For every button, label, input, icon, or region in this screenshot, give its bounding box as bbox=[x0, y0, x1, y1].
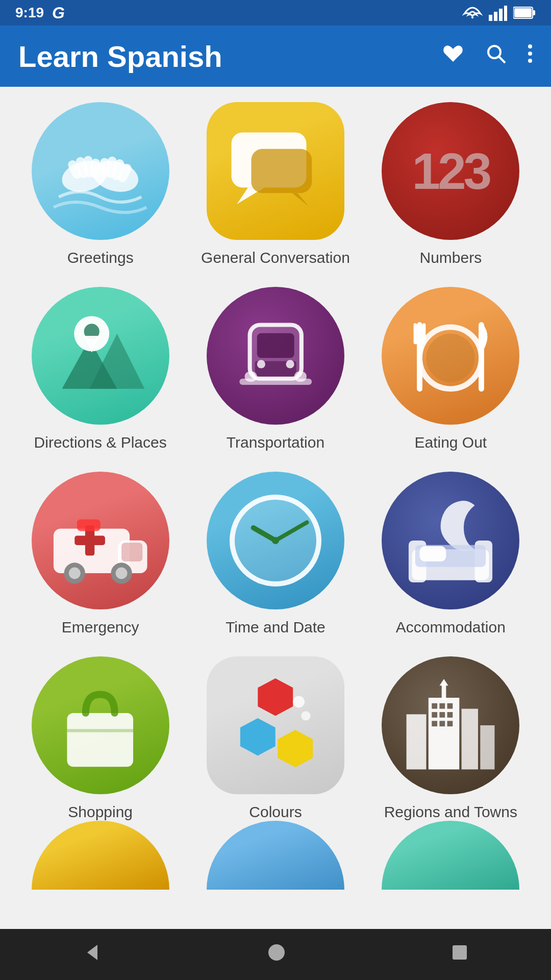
svg-marker-83 bbox=[87, 945, 97, 960]
svg-point-84 bbox=[268, 944, 285, 961]
app-bar-actions bbox=[442, 42, 533, 70]
numbers-icon-text: 123 bbox=[412, 142, 489, 201]
category-emergency[interactable]: Emergency bbox=[20, 472, 180, 636]
time-label: Time and Date bbox=[226, 619, 325, 636]
svg-rect-24 bbox=[251, 149, 312, 193]
svg-point-66 bbox=[293, 696, 305, 708]
svg-rect-36 bbox=[294, 371, 306, 381]
svg-point-52 bbox=[69, 568, 81, 579]
svg-rect-48 bbox=[121, 543, 142, 562]
partial-item-1[interactable] bbox=[20, 821, 180, 890]
svg-rect-5 bbox=[533, 10, 535, 15]
category-numbers[interactable]: 123 Numbers bbox=[371, 102, 531, 266]
app-bar: Learn Spanish bbox=[0, 26, 551, 87]
svg-point-9 bbox=[528, 44, 532, 48]
numbers-label: Numbers bbox=[419, 249, 482, 266]
wifi-icon bbox=[462, 5, 483, 21]
svg-rect-82 bbox=[447, 721, 453, 726]
category-regions[interactable]: Regions and Towns bbox=[371, 656, 531, 821]
back-button[interactable] bbox=[82, 942, 103, 967]
directions-label: Directions & Places bbox=[34, 434, 167, 451]
svg-point-40 bbox=[427, 334, 475, 382]
status-bar-right bbox=[462, 5, 536, 21]
colours-label: Colours bbox=[249, 803, 302, 821]
svg-rect-3 bbox=[504, 6, 507, 21]
svg-point-37 bbox=[257, 360, 265, 368]
conversation-label: General Conversation bbox=[201, 249, 350, 266]
svg-rect-1 bbox=[494, 12, 497, 21]
svg-marker-64 bbox=[240, 718, 276, 755]
svg-point-67 bbox=[301, 711, 310, 720]
svg-rect-85 bbox=[453, 945, 467, 960]
svg-rect-70 bbox=[442, 683, 446, 700]
partial-item-2[interactable] bbox=[195, 821, 355, 890]
svg-point-10 bbox=[528, 52, 532, 56]
svg-rect-32 bbox=[257, 333, 294, 358]
category-colours[interactable]: Colours bbox=[195, 656, 355, 821]
svg-point-54 bbox=[115, 568, 127, 579]
svg-marker-71 bbox=[440, 679, 448, 685]
category-transportation[interactable]: Transportation bbox=[195, 287, 355, 451]
svg-rect-6 bbox=[514, 8, 532, 17]
greetings-label: Greetings bbox=[67, 249, 134, 266]
search-icon[interactable] bbox=[485, 42, 507, 70]
svg-rect-76 bbox=[447, 703, 453, 709]
svg-rect-74 bbox=[432, 703, 438, 709]
svg-marker-25 bbox=[292, 193, 308, 206]
svg-point-38 bbox=[286, 360, 294, 368]
svg-line-8 bbox=[499, 57, 505, 63]
emergency-label: Emergency bbox=[62, 619, 139, 636]
recents-button[interactable] bbox=[450, 943, 469, 966]
accommodation-label: Accommodation bbox=[396, 619, 506, 636]
svg-marker-63 bbox=[258, 678, 293, 716]
svg-rect-75 bbox=[440, 703, 445, 709]
shopping-label: Shopping bbox=[68, 803, 133, 821]
home-button[interactable] bbox=[266, 942, 287, 967]
svg-rect-61 bbox=[67, 713, 134, 767]
signal-icon bbox=[489, 5, 507, 21]
svg-rect-72 bbox=[462, 709, 478, 770]
svg-rect-60 bbox=[420, 546, 446, 561]
google-icon: G bbox=[52, 4, 65, 22]
category-grid: Greetings General Conversation 123 Numbe… bbox=[0, 87, 551, 821]
category-time[interactable]: Time and Date bbox=[195, 472, 355, 636]
more-menu-icon[interactable] bbox=[528, 42, 533, 70]
app-title: Learn Spanish bbox=[18, 39, 442, 74]
eating-label: Eating Out bbox=[414, 434, 487, 451]
status-bar: 9:19 G bbox=[0, 0, 551, 26]
svg-rect-21 bbox=[101, 158, 110, 177]
svg-rect-81 bbox=[440, 721, 445, 726]
favorites-icon[interactable] bbox=[442, 42, 464, 70]
svg-rect-78 bbox=[440, 712, 445, 718]
svg-rect-77 bbox=[432, 712, 438, 718]
partial-item-3[interactable] bbox=[371, 821, 531, 890]
svg-rect-80 bbox=[432, 721, 438, 726]
status-time: 9:19 bbox=[15, 5, 44, 21]
svg-point-7 bbox=[488, 46, 500, 58]
transportation-label: Transportation bbox=[227, 434, 324, 451]
status-bar-left: 9:19 G bbox=[15, 4, 65, 22]
navigation-bar bbox=[0, 929, 551, 980]
regions-label: Regions and Towns bbox=[384, 803, 517, 821]
battery-icon bbox=[513, 6, 536, 19]
category-eating[interactable]: Eating Out bbox=[371, 287, 531, 451]
partial-row bbox=[0, 821, 551, 905]
svg-point-11 bbox=[528, 59, 532, 63]
svg-rect-2 bbox=[499, 9, 503, 21]
category-greetings[interactable]: Greetings bbox=[20, 102, 180, 266]
svg-marker-65 bbox=[278, 730, 313, 767]
category-accommodation[interactable]: Accommodation bbox=[371, 472, 531, 636]
category-shopping[interactable]: Shopping bbox=[20, 656, 180, 821]
svg-rect-73 bbox=[481, 725, 495, 769]
category-directions[interactable]: Directions & Places bbox=[20, 287, 180, 451]
svg-rect-0 bbox=[489, 15, 492, 21]
svg-rect-35 bbox=[244, 371, 257, 381]
category-conversation[interactable]: General Conversation bbox=[195, 102, 355, 266]
svg-rect-79 bbox=[447, 712, 453, 718]
svg-rect-68 bbox=[407, 714, 427, 769]
svg-rect-55 bbox=[77, 520, 101, 531]
